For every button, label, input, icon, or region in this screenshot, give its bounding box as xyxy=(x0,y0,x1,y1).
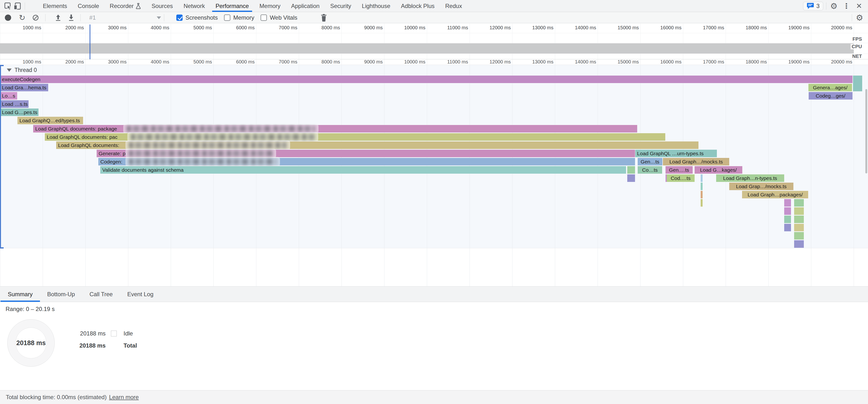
divider xyxy=(45,14,45,21)
load-profile-icon[interactable] xyxy=(55,14,62,21)
checkbox-web-vitals[interactable] xyxy=(260,14,267,21)
legend-swatch xyxy=(111,331,117,336)
kebab-menu-icon[interactable]: ⋮ xyxy=(842,1,851,11)
tab-console[interactable]: Console xyxy=(72,0,104,12)
flame-bar[interactable] xyxy=(627,175,635,182)
selection-left-line[interactable] xyxy=(0,65,1,249)
divider xyxy=(25,2,25,10)
flame-bar[interactable] xyxy=(853,75,862,91)
vertical-scrollbar[interactable] xyxy=(865,89,867,174)
checkbox-label[interactable]: Memory xyxy=(233,14,254,21)
flame-bar[interactable] xyxy=(794,232,804,240)
save-profile-icon[interactable] xyxy=(68,14,74,21)
flame-bar-genera-ages-[interactable]: Genera…ages/ xyxy=(808,84,852,91)
checkbox-screenshots[interactable] xyxy=(176,14,183,21)
tab-adblock-plus[interactable]: Adblock Plus xyxy=(396,0,440,12)
flame-bar[interactable] xyxy=(784,207,791,215)
ruler-tick-label: 13000 ms xyxy=(517,59,553,65)
thread-header[interactable]: Thread 0 xyxy=(7,67,37,73)
flame-bar-lo-s[interactable]: Lo…s xyxy=(0,92,17,99)
flame-bar-load-gra-hema-ts[interactable]: Load Gra…hema.ts xyxy=(0,84,48,91)
ruler-tick-label: 20000 ms xyxy=(816,59,852,65)
tab-elements[interactable]: Elements xyxy=(37,0,72,12)
flame-bar[interactable] xyxy=(784,199,791,207)
issues-messages-button[interactable]: 3 xyxy=(803,2,823,10)
checkbox-label[interactable]: Web Vitals xyxy=(270,14,298,21)
capture-settings-gear-icon[interactable]: ⚙ xyxy=(855,13,864,22)
close-icon[interactable]: ✕ xyxy=(855,1,864,11)
device-toolbar-icon[interactable] xyxy=(12,1,22,11)
flame-bar-codeg-ges-[interactable]: Codeg…ges/ xyxy=(809,92,852,99)
flame-bar-cod-ts[interactable]: Cod.…ts xyxy=(667,175,694,182)
tab-security[interactable]: Security xyxy=(325,0,356,12)
ruler-tick-label: 2000 ms xyxy=(48,25,84,31)
flame-bar-load-graph-n-types-ts[interactable]: Load Graph…n-types.ts xyxy=(716,175,784,182)
overview-cursor-line[interactable] xyxy=(90,25,90,59)
legend-value: 20188 ms xyxy=(65,330,105,337)
flask-icon xyxy=(135,3,141,9)
ruler-tick-label: 8000 ms xyxy=(304,59,340,65)
checkbox-memory[interactable] xyxy=(224,14,230,21)
flame-bar-load-graph-mocks-ts[interactable]: Load Graph…/mocks.ts xyxy=(663,158,729,165)
tab-call-tree[interactable]: Call Tree xyxy=(82,286,120,302)
ruler-tick-label: 8000 ms xyxy=(304,25,340,31)
tab-lighthouse[interactable]: Lighthouse xyxy=(356,0,396,12)
flame-bar[interactable] xyxy=(627,166,635,174)
flame-bar[interactable] xyxy=(794,224,804,231)
flame-bar-load-graphq-ed-types-ts[interactable]: Load GraphQ…ed/types.ts xyxy=(18,117,83,124)
flame-bar-load-s-ts[interactable]: Load …s.ts xyxy=(0,100,29,108)
tab-memory[interactable]: Memory xyxy=(254,0,286,12)
flame-bar-load-g-kages-[interactable]: Load G…kages/ xyxy=(694,166,742,174)
reload-and-record-button[interactable]: ↻ xyxy=(19,14,25,22)
flame-bar-co-ts[interactable]: Co…ts xyxy=(638,166,662,174)
flame-bar-load-graphql-urn-types-ts[interactable]: Load GraphQL …urn-types.ts xyxy=(635,150,717,157)
tab-performance[interactable]: Performance xyxy=(210,0,254,12)
flame-bar[interactable] xyxy=(701,191,703,198)
flame-bar[interactable] xyxy=(701,183,703,190)
flame-bar-validate-documents-against-schema[interactable]: Validate documents against schema xyxy=(100,166,626,174)
flame-bar[interactable] xyxy=(794,207,804,215)
flame-chart[interactable]: Thread 0 executeCodegenLoad Gra…hema.tsG… xyxy=(0,65,868,286)
ruler-tick-label: 13000 ms xyxy=(517,25,553,31)
ruler-tick-label: 11000 ms xyxy=(432,59,468,65)
checkbox-label[interactable]: Screenshots xyxy=(186,14,218,21)
legend-label: Idle xyxy=(124,330,133,337)
session-select[interactable]: #1 xyxy=(87,13,161,22)
tab-network[interactable]: Network xyxy=(178,0,210,12)
flame-bar-load-g-pes-ts[interactable]: Load G…pes.ts xyxy=(0,108,38,116)
flame-bar[interactable] xyxy=(784,216,791,223)
flame-bar-executecodegen[interactable]: executeCodegen xyxy=(0,75,852,83)
flame-bar[interactable] xyxy=(794,240,804,248)
settings-gear-icon[interactable]: ⚙ xyxy=(829,1,838,11)
cpu-lane-label: CPU xyxy=(850,44,863,50)
flame-bar[interactable] xyxy=(784,224,791,231)
flame-bar[interactable] xyxy=(701,175,703,182)
tab-event-log[interactable]: Event Log xyxy=(120,286,161,302)
flame-bar[interactable] xyxy=(794,199,804,207)
tab-application[interactable]: Application xyxy=(286,0,325,12)
ruler-tick-label: 12000 ms xyxy=(474,25,511,31)
learn-more-link[interactable]: Learn more xyxy=(109,394,139,401)
legend-swatch-empty xyxy=(111,343,117,348)
flame-bar-load-graph-packages-[interactable]: Load Graph…packages/ xyxy=(742,191,808,198)
flame-bar-gen-ts[interactable]: Gen…ts xyxy=(638,158,662,165)
ruler-tick-label: 4000 ms xyxy=(133,25,169,31)
flame-bar[interactable] xyxy=(701,199,703,207)
clear-recording-button[interactable] xyxy=(33,15,38,21)
devtools-tabbar: ElementsConsoleRecorderSourcesNetworkPer… xyxy=(0,0,868,12)
tab-bottom-up[interactable]: Bottom-Up xyxy=(40,286,82,302)
tab-sources[interactable]: Sources xyxy=(146,0,178,12)
flame-bar[interactable] xyxy=(794,216,804,223)
tab-summary[interactable]: Summary xyxy=(0,286,40,302)
timeline-overview[interactable]: 1000 ms2000 ms3000 ms4000 ms5000 ms6000 … xyxy=(0,24,868,60)
flame-bar-gen-ts[interactable]: Gen.…ts xyxy=(665,166,693,174)
net-lane-label: NET xyxy=(851,54,863,59)
tab-recorder[interactable]: Recorder xyxy=(104,0,146,12)
tab-redux[interactable]: Redux xyxy=(440,0,467,12)
inspect-element-icon[interactable] xyxy=(3,1,12,11)
record-button[interactable] xyxy=(5,14,11,21)
flame-bar-load-grap-mocks-ts[interactable]: Load Grap…/mocks.ts xyxy=(729,183,793,190)
tab-label: Performance xyxy=(216,3,249,9)
trash-icon[interactable] xyxy=(321,14,327,22)
ruler-tick-label: 20000 ms xyxy=(816,25,852,31)
